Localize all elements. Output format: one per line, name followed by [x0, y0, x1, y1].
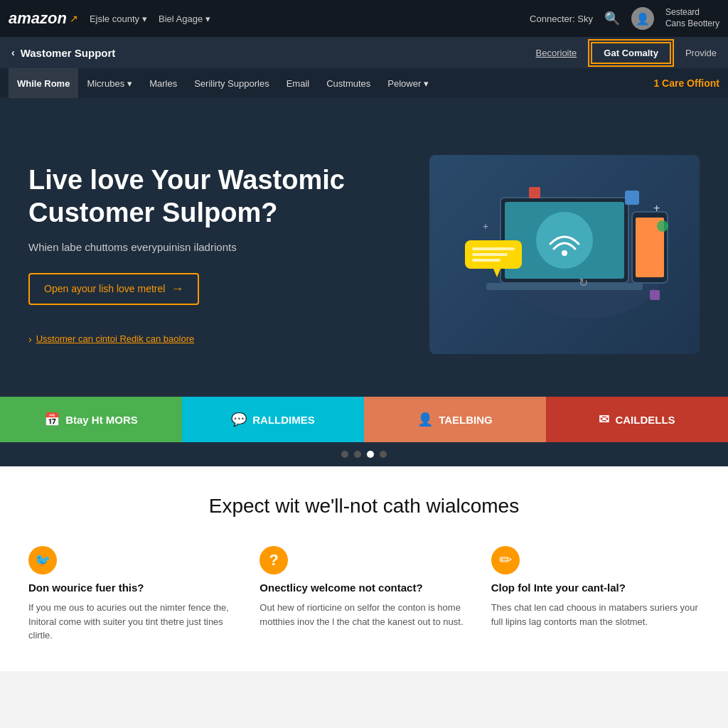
svg-point-3 — [536, 212, 593, 269]
nav-item-micrubes[interactable]: Micrubes ▾ — [78, 68, 141, 98]
nav-right: 1 Care Offiont — [653, 77, 719, 89]
tab-ralldimes[interactable]: 💬 RALLDIMES — [182, 397, 364, 442]
svg-rect-14 — [529, 187, 540, 198]
svg-text:+: + — [653, 202, 660, 214]
feature-title-1: Don wourice fuer this? — [28, 582, 237, 594]
top-bar: amazon ↗ Ejsle county ▾ Biel Agage ▾ Con… — [0, 0, 728, 37]
hero-left: Live love Your Wastomic Customer Sulpom?… — [28, 164, 364, 344]
nav-item-email[interactable]: Email — [278, 68, 318, 98]
lower-title: Expect wit we'll-not cath wialcomes — [28, 495, 700, 518]
hero-right: + + ↻ — [364, 155, 700, 354]
svg-rect-16 — [650, 290, 660, 300]
feature-title-2: Onectlicy welcome not contact? — [259, 582, 468, 594]
logo-text: amazon — [9, 9, 67, 28]
care-office-label: 1 Care Offiont — [653, 77, 719, 89]
nav-item-pelower[interactable]: Pelower ▾ — [379, 68, 437, 98]
hero-cta-button[interactable]: Open ayour lish love metrel → — [28, 273, 199, 305]
person-icon: 👤 — [417, 412, 433, 427]
arrow-icon: → — [171, 282, 183, 296]
provide-link[interactable]: Provide — [685, 48, 717, 58]
amazon-logo[interactable]: amazon ↗ — [9, 9, 78, 28]
svg-text:↻: ↻ — [579, 277, 588, 289]
nav-item-marles[interactable]: Marles — [141, 68, 186, 98]
dot-1[interactable] — [341, 451, 348, 458]
hero-section: Live love Your Wastomic Customer Sulpom?… — [0, 98, 728, 397]
get-comply-wrapper: Gat Comalty — [591, 42, 671, 64]
feature-title-3: Clop fol Inte your cant-lal? — [491, 582, 700, 594]
logo-arrow-icon: ↗ — [70, 13, 78, 24]
svg-rect-13 — [625, 191, 639, 205]
svg-rect-10 — [472, 247, 515, 250]
cta-link-text[interactable]: Usstomer can cintoi Redik can baolore — [36, 333, 195, 344]
feature-item-3: ✏ Clop fol Inte your cant-lal? Thes chat… — [491, 546, 700, 643]
user-info: Sesteard Cans Beottery — [665, 7, 719, 29]
svg-rect-12 — [472, 259, 500, 262]
agage-link[interactable]: Biel Agage ▾ — [159, 14, 210, 24]
svg-point-15 — [657, 220, 668, 232]
calendar-icon: 📅 — [44, 412, 60, 427]
svg-point-4 — [562, 250, 567, 256]
svg-marker-9 — [493, 269, 500, 277]
sub-header: ‹ Wastomer Support Becorioite Gat Comalt… — [0, 37, 728, 68]
search-icon[interactable]: 🔍 — [604, 11, 620, 26]
sub-header-title: ‹ Wastomer Support — [11, 47, 115, 59]
dropdown-icon: ▾ — [424, 78, 429, 89]
dropdown-icon: ▾ — [127, 78, 132, 89]
connect-link[interactable]: Connecter: Sky — [530, 14, 593, 24]
email-icon: ✉ — [599, 412, 609, 427]
carousel-dots — [0, 442, 728, 466]
feature-grid: 🐦 Don wourice fuer this? If you me ous t… — [28, 546, 700, 643]
dot-2[interactable] — [354, 451, 361, 458]
back-button[interactable]: ‹ — [11, 47, 15, 58]
feature-item-2: ? Onectlicy welcome not contact? Out hew… — [259, 546, 468, 643]
county-link[interactable]: Ejsle county ▾ — [90, 14, 147, 24]
top-bar-right: Connecter: Sky 🔍 👤 Sesteard Cans Beotter… — [530, 7, 719, 30]
tab-taelbing[interactable]: 👤 TAELBING — [364, 397, 546, 442]
hero-subtitle: Whien labe chuttoms everypuinisn iladrio… — [28, 241, 364, 253]
feature-desc-1: If you me ous to acuries out the nimter … — [28, 601, 237, 643]
tab-btay[interactable]: 📅 Btay Ht MORS — [0, 397, 182, 442]
lower-section: Expect wit we'll-not cath wialcomes 🐦 Do… — [0, 466, 728, 671]
becorioite-link[interactable]: Becorioite — [536, 48, 577, 58]
hero-cta-link: › Usstomer can cintoi Redik can baolore — [28, 333, 364, 345]
dot-4[interactable] — [380, 451, 387, 458]
tab-bar: 📅 Btay Ht MORS 💬 RALLDIMES 👤 TAELBING ✉ … — [0, 397, 728, 442]
svg-rect-11 — [472, 253, 508, 256]
svg-rect-5 — [486, 283, 643, 290]
sub-header-right: Becorioite Gat Comalty Provide — [536, 42, 717, 64]
nav-item-while-rome[interactable]: While Rome — [9, 68, 78, 98]
chat-icon: 💬 — [231, 412, 247, 427]
get-comply-button[interactable]: Gat Comalty — [591, 42, 671, 64]
avatar[interactable]: 👤 — [631, 7, 654, 30]
feature-icon-2: ? — [259, 546, 288, 574]
feature-desc-3: Thes chat len cad choous in matabers sur… — [491, 601, 700, 628]
chevron-icon: › — [28, 333, 32, 345]
dropdown-icon: ▾ — [205, 14, 210, 24]
dropdown-icon: ▾ — [142, 14, 147, 24]
feature-item-1: 🐦 Don wourice fuer this? If you me ous t… — [28, 546, 237, 643]
feature-icon-3: ✏ — [491, 546, 520, 574]
hero-illustration: + + ↻ — [429, 155, 700, 354]
nav-item-custmutes[interactable]: Custmutes — [318, 68, 379, 98]
feature-icon-1: 🐦 — [28, 546, 57, 574]
nav-item-serilirty[interactable]: Serilirty Supporles — [186, 68, 278, 98]
dot-3[interactable] — [367, 451, 374, 458]
nav-bar: While Rome Micrubes ▾ Marles Serilirty S… — [0, 68, 728, 98]
tab-caildells[interactable]: ✉ CAILDELLS — [546, 397, 728, 442]
hero-title: Live love Your Wastomic Customer Sulpom? — [28, 164, 364, 229]
feature-desc-2: Out hew of riorticine on selfor the cont… — [259, 601, 468, 628]
svg-text:+: + — [483, 220, 488, 232]
